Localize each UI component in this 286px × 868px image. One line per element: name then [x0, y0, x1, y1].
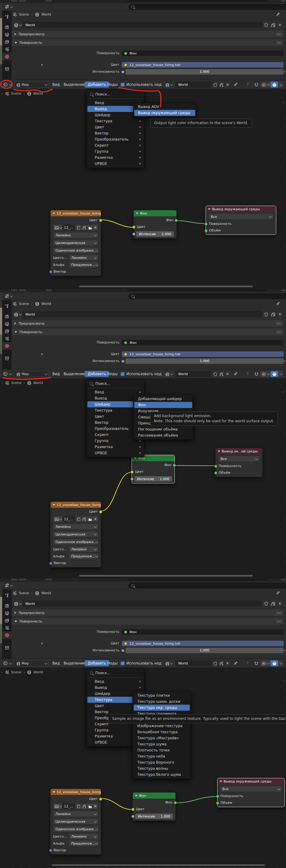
decorator-dot[interactable]	[284, 361, 285, 362]
use-nodes-toggle[interactable]: ✓Использовать ноды	[121, 82, 165, 88]
color-texture-field[interactable]: 12_vosselaar_house_living.hdr	[122, 351, 284, 357]
colorspace-dropdown[interactable]: Линейно	[69, 833, 98, 839]
target-dropdown[interactable]: Все	[218, 456, 260, 462]
id-name-field[interactable]: World	[176, 660, 212, 666]
add-menu-item[interactable]: Вывод	[87, 685, 143, 691]
submenu-item[interactable]: Текстура волны	[134, 766, 190, 772]
add-menu-item[interactable]: Цвет	[87, 124, 143, 130]
submenu-item[interactable]: Добавляющий шейдер	[134, 396, 192, 402]
menu-add-active[interactable]: Добавить	[85, 660, 109, 666]
submenu-item[interactable]: Рассеивание объёма	[134, 432, 192, 438]
strength-slider[interactable]: 1.000	[125, 648, 284, 653]
menu-select[interactable]: Выделение	[64, 660, 85, 666]
submenu-item[interactable]: Текстура шума	[134, 741, 190, 747]
fake-user-button[interactable]	[262, 22, 269, 28]
source-dropdown[interactable]: Одиночное изображе...	[53, 247, 98, 253]
node-header[interactable]: Вывод окружающей среды	[218, 778, 284, 784]
fake-user-button[interactable]	[212, 82, 218, 88]
add-menu-item[interactable]: Вектор	[87, 130, 143, 136]
tab-world-active[interactable]	[2, 631, 11, 639]
id-type-dropdown[interactable]	[162, 371, 176, 377]
sidebar-toggle[interactable]: ‹	[283, 390, 284, 394]
editor-type-properties-dropdown[interactable]	[4, 4, 16, 9]
color-input-socket[interactable]	[132, 225, 136, 229]
world-output-node[interactable]: Вывод окружающей среды Все Поверхность О…	[206, 206, 276, 235]
snap-magnet-icon[interactable]	[254, 371, 259, 376]
submenu-item[interactable]: Фон	[134, 402, 192, 408]
shader-type-dropdown[interactable]: Мир	[14, 660, 49, 666]
unlink-button[interactable]: ×	[277, 22, 284, 28]
sidebar-toggle[interactable]: ‹	[283, 100, 284, 105]
editor-type-shader-dropdown[interactable]	[2, 82, 12, 88]
node-header[interactable]: Вывод ок...ей среды	[216, 448, 262, 454]
surface-panel-header[interactable]: Поверхность	[11, 618, 284, 625]
overlays-dropdown[interactable]	[260, 660, 270, 666]
image-datablock-selector[interactable]: 12_... ×	[53, 803, 98, 809]
image-browse-dropdown[interactable]	[53, 225, 62, 230]
color-output-socket[interactable]	[99, 510, 102, 514]
target-dropdown[interactable]: Все	[220, 786, 282, 792]
node-header[interactable]: Вывод окружающей среды	[206, 206, 276, 212]
properties-search-input[interactable]	[128, 583, 286, 588]
submenu-item[interactable]: Текстура шахм. доски	[134, 699, 190, 705]
tab-scene[interactable]	[2, 45, 11, 53]
alpha-dropdown[interactable]: Предумнож...	[69, 262, 98, 268]
new-copy-button[interactable]	[269, 22, 277, 28]
surface-input-socket[interactable]	[214, 465, 218, 468]
strength-input-socket[interactable]	[131, 477, 134, 481]
properties-search-input[interactable]	[128, 293, 286, 299]
add-menu-item[interactable]: Текстура	[87, 118, 143, 124]
tab-scene[interactable]	[2, 335, 11, 342]
new-copy-button[interactable]	[218, 82, 225, 88]
shading-dropdown[interactable]	[278, 660, 283, 666]
world-name-field[interactable]: World	[23, 311, 262, 317]
color-output-socket[interactable]	[99, 219, 102, 222]
surface-input-socket[interactable]	[216, 795, 219, 798]
tab-output[interactable]	[2, 610, 11, 617]
surface-panel-header[interactable]: Поверхность	[11, 329, 284, 335]
tab-output[interactable]	[2, 320, 11, 328]
surface-shader-field[interactable]: Фон	[122, 340, 284, 345]
color-output-socket[interactable]	[99, 798, 102, 801]
menu-search-item[interactable]: Поиск...	[87, 91, 143, 98]
shading-dropdown[interactable]	[278, 371, 283, 377]
add-menu-item[interactable]: Группа	[87, 149, 143, 155]
projection-dropdown[interactable]: Цилиндрическая	[53, 240, 98, 246]
color-input-socket[interactable]	[131, 808, 135, 811]
shader-type-dropdown[interactable]: Мир	[14, 82, 49, 88]
surface-input-socket[interactable]	[204, 222, 208, 226]
menu-select[interactable]: Выделение	[64, 82, 85, 88]
node-header[interactable]: 12_vosselaar_house_living...	[51, 502, 101, 508]
tab-scene[interactable]	[2, 624, 11, 631]
new-copy-button[interactable]	[269, 311, 277, 317]
node-header[interactable]: Фон	[133, 793, 175, 799]
image-name[interactable]: 12_...	[62, 804, 76, 809]
tab-world-active[interactable]	[2, 342, 11, 349]
surface-panel-header[interactable]: Поверхность	[11, 39, 284, 46]
surface-shader-field[interactable]: Фон	[122, 629, 284, 634]
fake-user-button[interactable]	[262, 311, 269, 317]
use-nodes-toggle[interactable]: ✓Использовать ноды	[121, 660, 165, 666]
fake-user-button[interactable]	[212, 660, 218, 666]
submenu-item[interactable]: Плотность точек	[134, 747, 190, 753]
breadcrumb-world[interactable]: World	[41, 12, 51, 17]
fake-user-button[interactable]	[212, 371, 218, 377]
image-browse-dropdown[interactable]	[53, 804, 62, 809]
pin-icon[interactable]	[276, 591, 281, 595]
tab-view-layer[interactable]	[2, 617, 11, 624]
pin-icon[interactable]	[233, 661, 238, 666]
world-output-node[interactable]: Вывод ок...ей среды Все Поверхность Объё…	[215, 448, 262, 477]
submenu-item[interactable]: Волшебная текстура	[134, 729, 190, 735]
projection-dropdown[interactable]: Цилиндрическая	[53, 818, 98, 825]
tab-view-layer[interactable]	[2, 38, 11, 45]
target-dropdown[interactable]: Все	[208, 214, 274, 220]
panel-grip[interactable]	[277, 612, 281, 614]
unlink-button[interactable]: ×	[225, 371, 231, 377]
strength-slider[interactable]: Интенсив1.000	[135, 813, 173, 819]
unlink-button[interactable]: ×	[277, 600, 284, 607]
unlink-button[interactable]: ×	[225, 82, 231, 88]
properties-search-input[interactable]	[128, 4, 286, 10]
shader-output-socket[interactable]	[174, 801, 177, 804]
submenu-item[interactable]: Изображение-текстура	[134, 723, 190, 729]
menu-node[interactable]: Ноды	[107, 82, 118, 88]
